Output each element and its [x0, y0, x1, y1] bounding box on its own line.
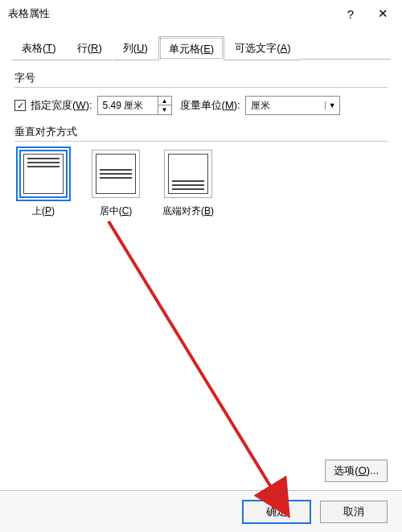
group-valign-label: 垂直对齐方式: [14, 125, 388, 139]
ok-button[interactable]: 确定: [243, 501, 310, 523]
options-button[interactable]: 选项(O)...: [325, 460, 388, 482]
dialog-footer: 确定 取消: [0, 490, 402, 532]
valign-bottom-icon: [164, 150, 212, 198]
preferred-width-label: 指定宽度(W):: [31, 98, 92, 113]
tab-panel-cell: 字号 指定宽度(W): ▲ ▼ 度量单位(M): 厘米 ▼ 垂直对齐方式: [0, 60, 402, 218]
valign-center-icon: [92, 150, 140, 198]
tab-strip: 表格(T) 行(R) 列(U) 单元格(E) 可选文字(A): [0, 27, 402, 60]
tab-row[interactable]: 行(R): [67, 35, 113, 60]
measure-unit-label: 度量单位(M):: [180, 98, 240, 113]
valign-top[interactable]: 上(P): [14, 150, 72, 218]
valign-top-icon: [19, 150, 68, 198]
tab-column[interactable]: 列(U): [113, 35, 158, 60]
tab-table[interactable]: 表格(T): [11, 35, 67, 60]
valign-options: 上(P) 居中(C) 底端对齐(B): [14, 150, 388, 218]
chevron-down-icon: ▼: [325, 101, 339, 109]
window-title: 表格属性: [8, 6, 334, 21]
tab-alttext[interactable]: 可选文字(A): [224, 35, 301, 60]
group-size-label: 字号: [14, 71, 388, 85]
spinner-up-icon[interactable]: ▲: [158, 97, 171, 105]
measure-unit-value: 厘米: [246, 99, 325, 113]
preferred-width-spinner[interactable]: ▲ ▼: [97, 96, 172, 115]
measure-unit-select[interactable]: 厘米 ▼: [245, 96, 340, 115]
cancel-button[interactable]: 取消: [320, 501, 388, 523]
preferred-width-checkbox[interactable]: [14, 100, 26, 111]
help-button[interactable]: ?: [334, 0, 367, 27]
preferred-width-input[interactable]: [98, 97, 158, 114]
svg-line-0: [109, 221, 273, 491]
tab-cell[interactable]: 单元格(E): [158, 36, 224, 60]
size-row: 指定宽度(W): ▲ ▼ 度量单位(M): 厘米 ▼: [14, 96, 388, 115]
spinner-down-icon[interactable]: ▼: [158, 105, 171, 114]
valign-center[interactable]: 居中(C): [87, 150, 145, 218]
valign-bottom[interactable]: 底端对齐(B): [159, 150, 217, 218]
titlebar: 表格属性 ? ✕: [0, 0, 402, 27]
close-button[interactable]: ✕: [367, 0, 399, 27]
